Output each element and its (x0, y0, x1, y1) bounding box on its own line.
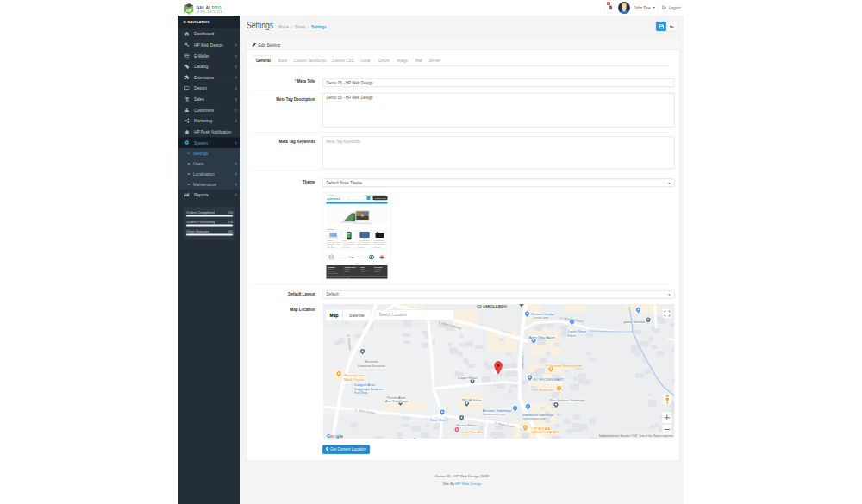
svg-text:Canon's press material: Canon's press material (374, 241, 386, 243)
svg-text:Terms & Conditions: Terms & Conditions (328, 272, 339, 274)
svg-text:MyAccount: MyAccount (327, 194, 334, 196)
svg-text:Alfamart Sidomoyo: Alfamart Sidomoyo (483, 408, 513, 413)
svg-text:CV ASKOLLINDO: CV ASKOLLINDO (477, 304, 508, 308)
svg-text:Site Map: Site Map (345, 271, 349, 272)
svg-text:Kast Putri Alta: Kast Putri Alta (462, 430, 484, 434)
svg-text:TPQ Al Ikhlas: TPQ Al Ikhlas (461, 398, 482, 402)
svg-text:Delivery Information: Delivery Information (328, 270, 339, 271)
svg-text:My Account: My Account (375, 266, 383, 268)
svg-text:My Account: My Account (375, 268, 381, 270)
svg-text:Curtain store: Curtain store (533, 316, 549, 320)
svg-text:Ex Tax: $90.00: Ex Tax: $90.00 (359, 247, 366, 248)
svg-text:HP: HP (186, 9, 191, 13)
svg-text:Mbak Thiplak: Mbak Thiplak (344, 377, 365, 382)
svg-text:Puri Selatan Sidomoyo: Puri Selatan Sidomoyo (550, 398, 585, 402)
svg-text:Teko 'Ora': Teko 'Ora' (430, 418, 446, 422)
svg-text:Mutiara Gordyn: Mutiara Gordyn (531, 312, 555, 316)
svg-text:Apple Cinema 30": Apple Cinema 30" (359, 240, 371, 241)
svg-text:DELL: DELL (329, 257, 333, 258)
svg-text:Map: Map (330, 313, 339, 318)
svg-text:Contact Us: Contact Us (345, 268, 351, 270)
svg-text:Florist: Florist (568, 334, 576, 338)
svg-text:Customer Service: Customer Service (345, 266, 356, 268)
svg-text:HARLEY: HARLEY (349, 256, 356, 258)
svg-text:sor Powered by an Intel: sor Powered by an Intel (328, 243, 340, 245)
svg-text:Returns: Returns (345, 270, 349, 271)
svg-text:Uswatun Kasanah: Uswatun Kasanah (358, 364, 385, 368)
svg-text:BAKERY & AYAM...: BAKERY & AYAM... (532, 430, 562, 434)
svg-text:Dapur Halun: Dapur Halun (458, 376, 477, 380)
svg-text:0 item(s) - $0.00: 0 item(s) - $0.00 (375, 197, 386, 199)
svg-text:Affiliates: Affiliates (361, 271, 365, 272)
svg-text:ma HD Display delivers: ma HD Display delivers (359, 243, 371, 245)
svg-text:Convenience store: Convenience store (483, 413, 506, 416)
svg-text:Ex Tax: $80.00: Ex Tax: $80.00 (374, 247, 382, 248)
svg-text:Ratiwo Motor: Ratiwo Motor (456, 423, 477, 427)
svg-text:Wish List: Wish List (375, 271, 380, 272)
svg-text:J&M Brownies: J&M Brownies (532, 388, 554, 392)
svg-text:● ○: ● ○ (356, 263, 358, 264)
svg-text:Coca-Cola: Coca-Cola (357, 257, 366, 258)
svg-text:Intel Core 2 Duo proces: Intel Core 2 Duo proces (328, 241, 340, 243)
svg-text:Pt Satunol Mikrosystem: Pt Satunol Mikrosystem (546, 364, 583, 368)
svg-text:Extras: Extras (361, 266, 365, 268)
svg-text:Agen Telar Ayam: Agen Telar Ayam (529, 335, 556, 339)
svg-text:Keyboard shortcuts Map data ©: Keyboard shortcuts Map data ©2022 Terms … (599, 434, 673, 438)
svg-text:Gift Certificates: Gift Certificates (361, 270, 369, 271)
svg-text:Ex Tax: $101.00: Ex Tax: $101.00 (343, 247, 351, 248)
svg-text:Wish List Shopping Cart Chec: Wish List Shopping Cart Checkout (365, 194, 386, 196)
svg-text:Mahonez Boutique: Mahonez Boutique (398, 437, 428, 439)
svg-text:RC FROZEN MART: RC FROZEN MART (534, 377, 565, 382)
svg-text:● ○ ○: ● ○ ○ (355, 227, 359, 227)
svg-text:Search Location: Search Location (379, 313, 408, 317)
svg-text:Google: Google (327, 433, 343, 439)
svg-text:Paint shop: Paint shop (354, 391, 368, 395)
svg-text:The 30-inch Apple Cine: The 30-inch Apple Cine (359, 241, 371, 243)
svg-text:MacBook: MacBook (328, 240, 334, 241)
svg-text:opencart: opencart (327, 197, 341, 201)
svg-text:Indomaret sidomoyo: Indomaret sidomoyo (522, 413, 554, 417)
svg-text:yanto Vermak: yanto Vermak (624, 320, 645, 324)
svg-text:Ex Tax: $500.00: Ex Tax: $500.00 (328, 247, 335, 248)
svg-text:About Us: About Us (328, 268, 334, 270)
svg-text:for the EOS 5D states t: for the EOS 5D states t (374, 243, 386, 245)
svg-text:Convenience store: Convenience store (522, 417, 546, 420)
svg-text:Powered By OpenCart Your Stor: Powered By OpenCart Your Store © 2022 (328, 277, 350, 278)
svg-text:new mobile phone that: new mobile phone that (343, 243, 355, 245)
svg-text:Lipah Rorys: Lipah Rorys (568, 329, 586, 333)
svg-text:Asri Sidomoyo: Asri Sidomoyo (385, 399, 409, 403)
svg-text:Information: Information (328, 266, 336, 268)
svg-text:iPhone: iPhone (343, 240, 347, 241)
svg-text:Disney: Disney (338, 257, 346, 259)
svg-text:Order History: Order History (375, 270, 382, 271)
svg-text:iPhone is a revolutionary: iPhone is a revolutionary (343, 241, 356, 243)
svg-text:Featured: Featured (327, 228, 334, 230)
svg-text:Canon EOS 5D: Canon EOS 5D (374, 240, 384, 241)
svg-text:Jl. Cebongan: Jl. Cebongan (521, 351, 525, 369)
svg-text:Satellite: Satellite (349, 313, 365, 318)
